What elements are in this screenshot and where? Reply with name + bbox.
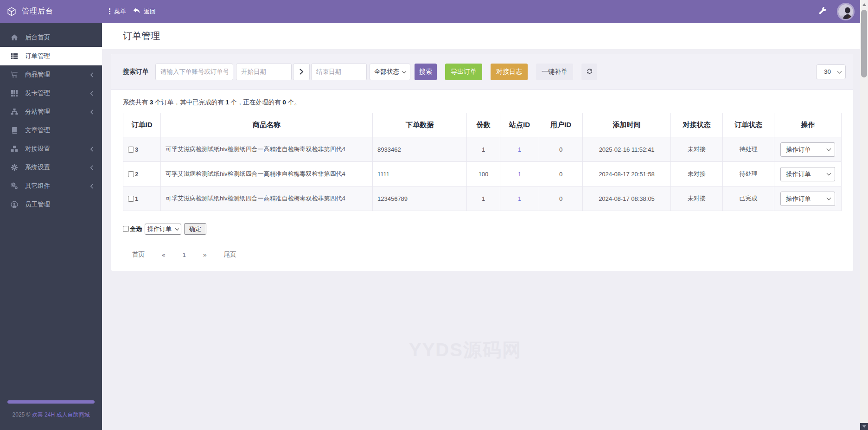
reissue-button[interactable]: 一键补单: [536, 64, 573, 80]
sidebar-item-label: 分站管理: [25, 108, 50, 116]
pagination-prev[interactable]: «: [162, 251, 166, 258]
dock-log-button[interactable]: 对接日志: [491, 64, 528, 80]
column-header: 商品名称: [161, 113, 373, 137]
sidebar-item-label: 发卡管理: [25, 89, 50, 97]
row-action-select[interactable]: 操作订单: [780, 167, 835, 181]
scrollbar-up-arrow[interactable]: [862, 3, 866, 6]
copyright-link[interactable]: 欢喜 24H 成人自助商城: [32, 411, 90, 418]
page-title-bar: 订单管理: [102, 23, 860, 49]
sidebar-item-cart[interactable]: 商品管理: [0, 65, 102, 84]
brand: 管理后台: [0, 6, 102, 17]
action-cell: 操作订单: [774, 162, 842, 186]
order-data-cell: 123456789: [373, 186, 467, 211]
order-data-cell: 1111: [373, 162, 467, 186]
wrench-icon[interactable]: [819, 6, 827, 16]
row-action-select[interactable]: 操作订单: [780, 142, 835, 157]
sidebar-item-label: 商品管理: [25, 71, 50, 79]
sidebar-item-cubes[interactable]: 对接设置: [0, 140, 102, 158]
scrollbar-down-arrow[interactable]: [860, 423, 868, 430]
sidebar-item-home[interactable]: 后台首页: [0, 28, 102, 47]
date-range-separator[interactable]: [293, 64, 310, 80]
order-status-cell: 已完成: [723, 186, 774, 211]
sidebar-item-label: 文章管理: [25, 126, 50, 135]
sidebar-item-label: 系统设置: [25, 163, 50, 172]
sidebar-item-list[interactable]: 订单管理: [0, 47, 102, 65]
site-id-link[interactable]: 1: [518, 146, 521, 153]
menu-button[interactable]: 菜单: [109, 7, 126, 16]
home-icon: [10, 34, 18, 42]
action-cell: 操作订单: [774, 186, 842, 211]
book-icon: [10, 127, 18, 135]
row-checkbox[interactable]: [128, 171, 134, 177]
sidebar-item-user[interactable]: 员工管理: [0, 195, 102, 214]
sidebar-item-gear[interactable]: 系统设置: [0, 158, 102, 177]
copyright-year: 2025 ©: [13, 411, 31, 418]
export-orders-button[interactable]: 导出订单: [445, 64, 482, 80]
user-id-cell: 0: [539, 186, 583, 211]
row-checkbox[interactable]: [128, 147, 134, 153]
added-time-cell: 2025-02-16 11:52:41: [583, 137, 671, 162]
sidebar-item-cogs[interactable]: 其它组件: [0, 177, 102, 195]
order-id-cell: 3: [123, 137, 161, 162]
order-status-cell: 待处理: [723, 162, 774, 186]
chevron-left-icon: [90, 184, 94, 189]
column-header: 订单ID: [123, 113, 161, 137]
search-button[interactable]: 搜索: [415, 64, 437, 80]
cube-logo-icon: [6, 6, 17, 17]
added-time-cell: 2024-08-17 08:38:05: [583, 186, 671, 211]
column-header: 用户ID: [539, 113, 583, 137]
search-toolbar: 搜索订单 全部状态 搜索 导出订单 对接日志 一键补单 30: [111, 54, 853, 90]
quantity-cell: 1: [467, 186, 500, 211]
added-time-cell: 2024-08-17 20:51:58: [583, 162, 671, 186]
chevron-left-icon: [90, 109, 94, 115]
order-id-cell: 1: [123, 186, 161, 211]
confirm-button[interactable]: 确定: [184, 223, 206, 235]
pagination-current[interactable]: 1: [183, 251, 186, 258]
search-input[interactable]: [155, 64, 233, 80]
row-checkbox[interactable]: [128, 196, 134, 202]
sidebar-item-book[interactable]: 文章管理: [0, 121, 102, 140]
pagination-first[interactable]: 首页: [132, 250, 145, 259]
product-name-cell: 可孚艾滋病检测试纸hiv检测纸四合一高精准自检梅毒双检非第四代4: [161, 186, 373, 211]
app-title: 管理后台: [22, 6, 53, 16]
pagination-next[interactable]: »: [203, 251, 207, 258]
page-title: 订单管理: [123, 30, 160, 42]
start-date-input[interactable]: [236, 64, 292, 80]
chevron-left-icon: [90, 91, 94, 96]
vertical-dots-icon: [109, 8, 110, 14]
scrollbar-thumb[interactable]: [861, 10, 867, 77]
column-header: 站点ID: [500, 113, 539, 137]
bulk-action-select[interactable]: 操作订单: [145, 224, 181, 235]
search-label: 搜索订单: [123, 68, 149, 76]
cogs-icon: [10, 182, 18, 190]
page-size-select[interactable]: 30: [816, 64, 846, 79]
cart-icon: [10, 71, 18, 79]
sidebar-item-label: 对接设置: [25, 145, 50, 153]
scrollbar[interactable]: [860, 0, 868, 430]
sidebar-item-grid[interactable]: 发卡管理: [0, 84, 102, 103]
refresh-button[interactable]: [581, 64, 597, 80]
status-filter-select[interactable]: 全部状态: [370, 64, 410, 80]
site-id-link[interactable]: 1: [518, 171, 521, 178]
site-id-link[interactable]: 1: [518, 195, 521, 202]
order-status-cell: 待处理: [723, 137, 774, 162]
sidebar: 后台首页 订单管理 商品管理 发卡管理 分站管理 文章管理: [0, 23, 102, 430]
select-all-checkbox[interactable]: [123, 226, 129, 232]
bulk-actions: 全选 操作订单 确定: [123, 223, 842, 235]
quantity-cell: 100: [467, 162, 500, 186]
list-icon: [10, 52, 18, 60]
avatar[interactable]: [837, 3, 855, 20]
grid-icon: [10, 90, 18, 97]
end-date-input[interactable]: [311, 64, 367, 80]
gear-icon: [10, 164, 18, 172]
site-id-cell: 1: [500, 162, 539, 186]
table-row: 2可孚艾滋病检测试纸hiv检测纸四合一高精准自检梅毒双检非第四代41111100…: [123, 162, 842, 186]
pagination: 首页 « 1 » 尾页: [123, 250, 842, 259]
back-button[interactable]: 返回: [133, 7, 156, 16]
pagination-last[interactable]: 尾页: [224, 250, 236, 259]
row-action-select[interactable]: 操作订单: [780, 192, 835, 206]
reply-arrow-icon: [133, 8, 140, 15]
column-header: 操作: [774, 113, 842, 137]
sidebar-item-sitemap[interactable]: 分站管理: [0, 103, 102, 121]
column-header: 对接状态: [671, 113, 723, 137]
